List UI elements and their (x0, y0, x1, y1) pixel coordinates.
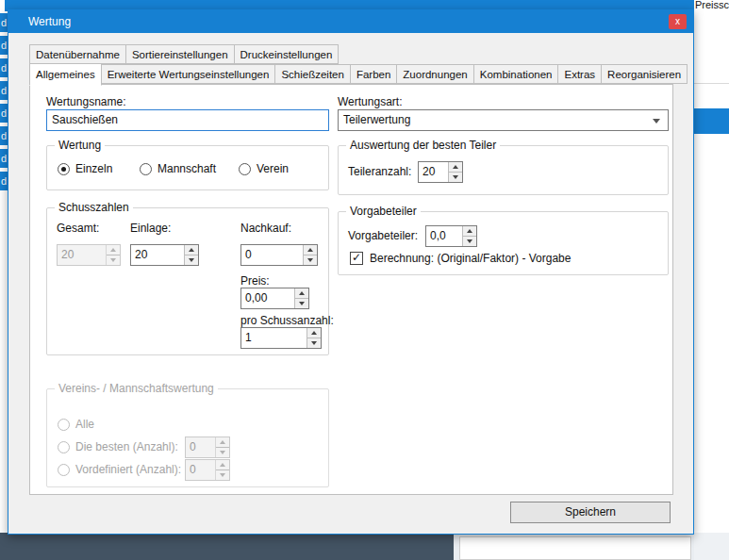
vordefiniert-spinner: 0 (185, 459, 230, 481)
preis-label: Preis: (240, 274, 270, 288)
wertungsart-dropdown[interactable]: Teilerwertung (338, 109, 669, 131)
down-arrow-icon (220, 451, 225, 454)
tab-reorganisieren[interactable]: Reorganisieren (601, 64, 688, 84)
spinner-up-button[interactable] (307, 328, 321, 338)
background-list-item[interactable]: d (0, 172, 8, 190)
speichern-button[interactable]: Speichern (510, 502, 671, 523)
wertungsart-label: Wertungsart: (338, 95, 402, 108)
auswertung-groupbox: Auswertung der besten Teiler Teileranzah… (338, 145, 669, 195)
spinner-buttons (307, 328, 321, 348)
radio-verein[interactable]: Verein (239, 162, 289, 175)
up-arrow-icon (311, 331, 317, 335)
spinner-up-button (107, 245, 120, 255)
radio-circle-icon (58, 163, 70, 175)
spinner-buttons (462, 226, 476, 246)
nachkauf-spinner[interactable]: 0 (240, 244, 318, 266)
berechnung-checkbox-label: Berechnung: (Original/Faktor) - Vorgabe (370, 252, 571, 265)
tab-sortiereinstellungen[interactable]: Sortiereinstellungen (125, 44, 235, 64)
up-arrow-icon (467, 229, 472, 233)
spinner-up-button (216, 460, 229, 469)
background-bottom-strip (694, 533, 729, 560)
up-arrow-icon (307, 248, 313, 252)
screen: d d d d d d d d Preisschie... Wertung x … (0, 0, 729, 560)
spinner-value: 0,0 (426, 226, 462, 246)
einlage-spinner[interactable]: 20 (130, 244, 199, 266)
wertung-dialog: Wertung x Datenübernahme Sortiereinstell… (8, 9, 694, 535)
spinner-down-button[interactable] (463, 236, 476, 246)
vereins-group-title: Vereins- / Mannschaftswertung (55, 382, 218, 395)
tab-erweiterte-wertungseinstellungen[interactable]: Erweiterte Wertungseinstellungen (101, 64, 276, 84)
tab-farben[interactable]: Farben (350, 64, 397, 84)
spinner-up-button[interactable] (449, 162, 462, 172)
spinner-buttons (303, 245, 317, 265)
schusszahlen-group-title: Schusszahlen (55, 201, 133, 214)
checkbox-checked-icon[interactable] (350, 252, 363, 265)
einlage-label: Einlage: (130, 222, 171, 235)
background-list-item[interactable]: d (0, 36, 8, 55)
spinner-up-button[interactable] (185, 245, 198, 255)
spinner-down-button[interactable] (449, 172, 462, 182)
vorgabeteiler-spinner[interactable]: 0,0 (425, 225, 477, 247)
spinner-value: 0 (186, 460, 215, 480)
background-list-item[interactable]: d (0, 149, 8, 168)
spinner-up-button[interactable] (463, 226, 476, 236)
spinner-down-button[interactable] (304, 255, 317, 265)
background-list-item[interactable]: d (0, 126, 8, 145)
radio-einzeln[interactable]: Einzeln (58, 162, 112, 175)
tab-druckeinstellungen[interactable]: Druckeinstellungen (234, 44, 340, 64)
tab-datenuebernahme[interactable]: Datenübernahme (29, 44, 126, 64)
spinner-value: 0 (241, 245, 303, 265)
spinner-buttons (448, 162, 462, 182)
spinner-up-button[interactable] (295, 288, 308, 298)
background-statusbar-field (459, 536, 691, 560)
up-arrow-icon (110, 248, 116, 252)
chevron-down-icon (653, 119, 660, 124)
gesamt-spinner: 20 (57, 244, 121, 266)
spinner-down-button (216, 469, 229, 480)
tab-zuordnungen[interactable]: Zuordnungen (396, 64, 473, 84)
down-arrow-icon (220, 473, 225, 477)
spinner-value: 20 (131, 245, 184, 265)
spinner-value: 0 (186, 437, 215, 457)
spinner-down-button[interactable] (295, 298, 308, 308)
close-button[interactable]: x (669, 14, 687, 29)
wertungsname-input[interactable]: Sauschießen (46, 109, 329, 131)
teileranzahl-spinner[interactable]: 20 (418, 161, 463, 183)
tab-schiesszeiten[interactable]: Schießzeiten (274, 64, 350, 84)
radio-label: Verein (257, 162, 289, 175)
spinner-value: 20 (419, 162, 448, 182)
pro-schussanzahl-spinner[interactable]: 1 (240, 327, 322, 349)
tab-strip-row2: Allgemeines Erweiterte Wertungseinstellu… (29, 64, 687, 84)
background-statusbar (454, 533, 694, 560)
tab-kombinationen[interactable]: Kombinationen (473, 64, 559, 84)
background-list-item[interactable]: d (0, 81, 8, 100)
spinner-up-button[interactable] (304, 245, 317, 255)
background-list-item[interactable]: d (0, 13, 8, 32)
radio-die-besten: Die besten (Anzahl): (58, 440, 178, 453)
background-selected-row (694, 108, 729, 134)
wertungsart-selected-value: Teilerwertung (343, 113, 410, 126)
radio-mannschaft[interactable]: Mannschaft (140, 162, 216, 175)
spinner-buttons (215, 460, 229, 480)
preis-spinner[interactable]: 0,00 (240, 288, 309, 309)
up-arrow-icon (299, 291, 305, 295)
spinner-down-button[interactable] (307, 338, 321, 348)
spinner-buttons (294, 288, 308, 308)
background-list-item[interactable]: d (0, 104, 8, 123)
spinner-down-button[interactable] (185, 255, 198, 265)
berechnung-checkbox-row[interactable]: Berechnung: (Original/Faktor) - Vorgabe (350, 252, 571, 265)
vorgabeteiler-label: Vorgabeteiler: (348, 229, 418, 242)
background-list-item[interactable]: d (0, 58, 8, 77)
dialog-titlebar[interactable]: Wertung x (8, 10, 693, 33)
up-arrow-icon (453, 165, 458, 169)
tab-strip-row1: Datenübernahme Sortiereinstellungen Druc… (29, 44, 338, 64)
spinner-value: 1 (241, 328, 307, 348)
background-list-panel: d d d d d d d d (0, 13, 8, 532)
background-window-title: Preisschie... (695, 0, 729, 10)
background-right-panel: Preisschie... (694, 0, 729, 560)
spinner-value: 0,00 (241, 288, 294, 308)
tab-allgemeines[interactable]: Allgemeines (29, 63, 102, 86)
wertungsname-label: Wertungsname: (46, 95, 126, 108)
radio-label: Die besten (Anzahl): (75, 440, 178, 453)
tab-extras[interactable]: Extras (557, 64, 602, 84)
